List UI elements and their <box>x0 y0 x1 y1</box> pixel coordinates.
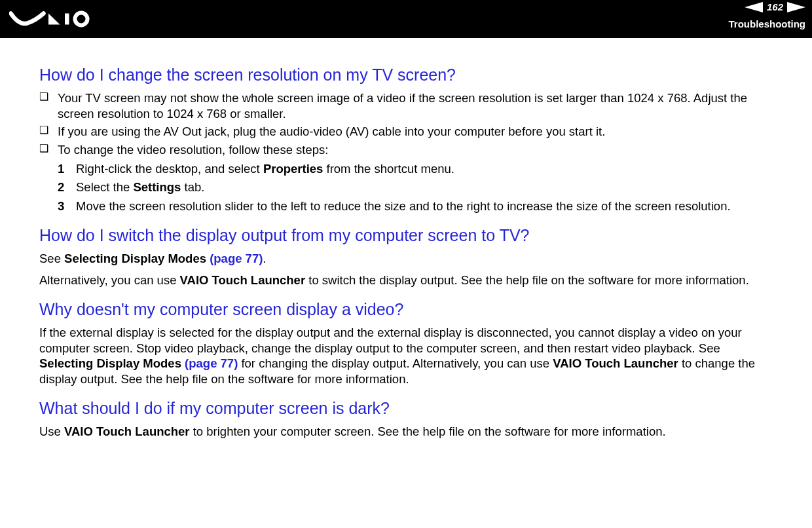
text: Alternatively, you can use <box>39 273 180 287</box>
page-link[interactable]: (page 77) <box>185 356 238 370</box>
list-item: Right-click the desktop, and select Prop… <box>58 161 773 177</box>
paragraph: Use VAIO Touch Launcher to brighten your… <box>39 424 773 440</box>
text: Select the <box>76 180 133 194</box>
text: for changing the display output. Alterna… <box>238 356 553 370</box>
page-header: 162 Troubleshooting <box>0 0 812 38</box>
vaio-logo <box>9 9 101 29</box>
next-page-arrow-icon[interactable] <box>787 2 805 12</box>
paragraph: Alternatively, you can use VAIO Touch La… <box>39 273 773 288</box>
bullet-list: Your TV screen may not show the whole sc… <box>39 90 773 158</box>
text: to brighten your computer screen. See th… <box>190 424 666 438</box>
text: Right-click the desktop, and select <box>76 162 263 176</box>
page-link[interactable]: (page 77) <box>210 252 263 265</box>
list-item: Move the screen resolution slider to the… <box>58 198 773 214</box>
paragraph: If the external display is selected for … <box>39 325 773 387</box>
text: tab. <box>181 180 204 194</box>
bold-text: Settings <box>133 180 181 194</box>
question-heading: How do I change the screen resolution on… <box>39 64 773 85</box>
question-heading: What should I do if my computer screen i… <box>39 398 773 419</box>
page-number: 162 <box>767 1 783 12</box>
paragraph: See Selecting Display Modes (page 77). <box>39 251 773 267</box>
list-item: Your TV screen may not show the whole sc… <box>39 90 773 121</box>
bold-text: Selecting Display Modes <box>39 356 185 370</box>
section-title: Troubleshooting <box>729 18 806 29</box>
question-heading: Why doesn't my computer screen display a… <box>39 299 773 320</box>
page-nav: 162 <box>745 1 805 12</box>
text: Use <box>39 424 64 438</box>
bold-text: VAIO Touch Launcher <box>180 273 306 287</box>
list-item: Select the Settings tab. <box>58 179 773 195</box>
list-item: If you are using the AV Out jack, plug t… <box>39 124 773 140</box>
bold-text: VAIO Touch Launcher <box>553 356 678 370</box>
page-content: How do I change the screen resolution on… <box>0 38 812 459</box>
text: See <box>39 252 64 265</box>
prev-page-arrow-icon[interactable] <box>745 2 763 12</box>
text: If the external display is selected for … <box>39 326 742 355</box>
bold-text: VAIO Touch Launcher <box>64 424 190 438</box>
list-item: To change the video resolution, follow t… <box>39 142 773 158</box>
bold-text: Selecting Display Modes <box>64 252 210 265</box>
svg-rect-0 <box>65 14 69 25</box>
question-heading: How do I switch the display output from … <box>39 225 773 246</box>
step-list: Right-click the desktop, and select Prop… <box>58 161 773 214</box>
text: . <box>263 252 266 265</box>
text: to switch the display output. See the he… <box>305 273 749 287</box>
text: from the shortcut menu. <box>323 162 454 176</box>
svg-point-1 <box>75 13 88 26</box>
bold-text: Properties <box>263 162 323 176</box>
